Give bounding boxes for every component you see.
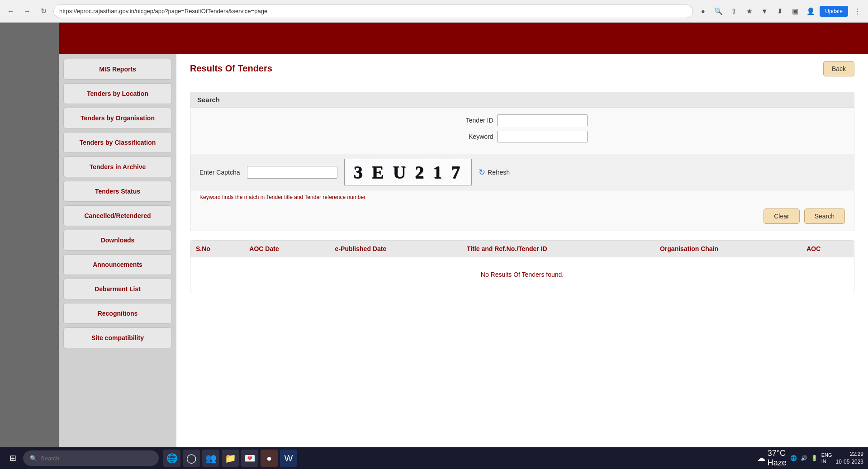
taskbar-word-button[interactable]: W xyxy=(280,450,297,467)
no-results-message: No Results Of Tenders found. xyxy=(190,257,854,292)
keyword-label: Keyword xyxy=(457,133,493,140)
results-section: S.No AOC Date e-Published Date Title and… xyxy=(190,240,854,292)
col-aoc: AOC xyxy=(801,241,854,257)
main-content: Results Of Tenders Back Search Tender ID… xyxy=(176,54,868,461)
chrome-icon[interactable]: ● xyxy=(697,5,709,18)
update-button[interactable]: Update xyxy=(820,6,848,17)
sidebar-item-debarment-list[interactable]: Debarment List xyxy=(63,279,172,299)
search-button[interactable]: Search xyxy=(804,208,845,224)
sidebar-item-mis-reports[interactable]: MIS Reports xyxy=(63,59,172,80)
col-org-chain: Organisation Chain xyxy=(655,241,801,257)
sidebar-item-tenders-by-classification[interactable]: Tenders by Classification xyxy=(63,132,172,153)
taskbar-explorer-button[interactable]: 🌐 xyxy=(163,450,180,467)
taskbar-search-input[interactable] xyxy=(41,455,131,462)
taskbar-chrome-button[interactable]: ● xyxy=(261,450,278,467)
weather-icon: ☁ xyxy=(757,453,765,463)
action-row: Clear Search xyxy=(190,204,854,231)
captcha-image: 3 E U 2 1 7 xyxy=(344,159,472,185)
header-bar xyxy=(59,23,868,54)
profile-icon[interactable]: 👤 xyxy=(804,5,817,18)
share-icon[interactable]: ⇧ xyxy=(727,5,740,18)
system-tray: ☁ 37°C Haze xyxy=(757,449,787,468)
search-browser-icon[interactable]: 🔍 xyxy=(712,5,725,18)
sidebar-item-tenders-by-location[interactable]: Tenders by Location xyxy=(63,83,172,104)
taskbar-files-button[interactable]: 📁 xyxy=(222,450,239,467)
download-icon[interactable]: ⬇ xyxy=(773,5,786,18)
sidebar-item-cancelled-retendered[interactable]: Cancelled/Retendered xyxy=(63,205,172,226)
tender-id-input[interactable] xyxy=(497,114,588,126)
page-title: Results Of Tenders xyxy=(190,63,272,74)
url-bar[interactable] xyxy=(53,5,693,18)
sidebar-item-tenders-by-organisation[interactable]: Tenders by Organisation xyxy=(63,108,172,128)
volume-icon: 🔊 xyxy=(801,455,807,461)
tender-id-row: Tender ID xyxy=(199,114,845,126)
weather-temp: 37°C xyxy=(768,449,787,458)
sidebar-item-announcements[interactable]: Announcements xyxy=(63,254,172,275)
taskbar-right: ☁ 37°C Haze 🌐 🔊 🔋 ENGIN 22:29 10-05-2023 xyxy=(757,449,863,468)
captcha-row: Enter Captcha 3 E U 2 1 7 ↻ Refresh xyxy=(190,154,854,190)
taskbar-search-bar[interactable]: 🔍 xyxy=(23,450,159,466)
weather-info: 37°C Haze xyxy=(768,449,787,468)
search-body: Tender ID Keyword xyxy=(190,108,854,154)
search-section: Search Tender ID Keyword Enter Captcha xyxy=(190,92,854,231)
sidebar-item-tenders-status[interactable]: Tenders Status xyxy=(63,181,172,202)
keyword-input[interactable] xyxy=(497,131,588,142)
weather-desc: Haze xyxy=(768,458,787,468)
taskbar-app-icons: 🌐 ◯ 👥 📁 💌 ● W xyxy=(163,450,297,467)
sidebar-item-recognitions[interactable]: Recognitions xyxy=(63,303,172,324)
hint-text: Keyword finds the match in Tender title … xyxy=(190,190,854,204)
sidebar-item-site-compatibility[interactable]: Site compatibility xyxy=(63,327,172,348)
sidebar-item-tenders-in-archive[interactable]: Tenders in Archive xyxy=(63,156,172,177)
taskbar-teams-button[interactable]: 👥 xyxy=(202,450,219,467)
extension-icon[interactable]: ▼ xyxy=(758,5,771,18)
refresh-button[interactable]: ↻ Refresh xyxy=(479,167,510,177)
reload-button[interactable]: ↻ xyxy=(37,5,50,18)
locale-indicator: ENGIN xyxy=(821,452,832,465)
keyword-row: Keyword xyxy=(199,131,845,142)
results-table: S.No AOC Date e-Published Date Title and… xyxy=(190,241,854,292)
refresh-label: Refresh xyxy=(488,169,510,176)
refresh-icon: ↻ xyxy=(479,167,485,177)
network-icon: 🌐 xyxy=(790,455,797,461)
back-nav-button[interactable]: ← xyxy=(5,5,17,18)
clock-time: 22:29 xyxy=(836,450,863,458)
tab-icon[interactable]: ▣ xyxy=(789,5,802,18)
taskbar-clock: 22:29 10-05-2023 xyxy=(836,450,863,466)
tender-id-label: Tender ID xyxy=(457,117,493,124)
col-aoc-date: AOC Date xyxy=(244,241,329,257)
battery-icon: 🔋 xyxy=(811,455,818,461)
forward-nav-button[interactable]: → xyxy=(21,5,33,18)
captcha-label: Enter Captcha xyxy=(199,169,240,176)
clear-button[interactable]: Clear xyxy=(764,208,799,224)
start-button[interactable]: ⊞ xyxy=(5,450,21,466)
bookmark-icon[interactable]: ★ xyxy=(743,5,755,18)
taskbar: ⊞ 🔍 🌐 ◯ 👥 📁 💌 ● W ☁ 37°C Haze 🌐 🔊 🔋 ENGI… xyxy=(0,447,868,469)
sidebar: MIS Reports Tenders by Location Tenders … xyxy=(59,54,176,461)
table-header-row: S.No AOC Date e-Published Date Title and… xyxy=(190,241,854,257)
back-button[interactable]: Back xyxy=(823,61,854,76)
no-results-row: No Results Of Tenders found. xyxy=(190,257,854,292)
col-sno: S.No xyxy=(190,241,244,257)
col-title-ref: Title and Ref.No./Tender ID xyxy=(461,241,655,257)
browser-chrome: ← → ↻ ● 🔍 ⇧ ★ ▼ ⬇ ▣ 👤 Update ⋮ xyxy=(0,0,868,23)
taskbar-bing-button[interactable]: ◯ xyxy=(183,450,200,467)
menu-icon[interactable]: ⋮ xyxy=(851,5,863,18)
content-area: MIS Reports Tenders by Location Tenders … xyxy=(59,54,868,461)
captcha-text: 3 E U 2 1 7 xyxy=(354,161,463,183)
sidebar-item-downloads[interactable]: Downloads xyxy=(63,230,172,251)
clock-date: 10-05-2023 xyxy=(836,458,863,466)
taskbar-search-icon: 🔍 xyxy=(30,455,37,462)
page-wrapper: MIS Reports Tenders by Location Tenders … xyxy=(0,23,868,461)
taskbar-mail-button[interactable]: 💌 xyxy=(241,450,258,467)
col-epublished-date: e-Published Date xyxy=(330,241,461,257)
captcha-input[interactable] xyxy=(247,166,337,179)
search-header: Search xyxy=(190,92,854,108)
